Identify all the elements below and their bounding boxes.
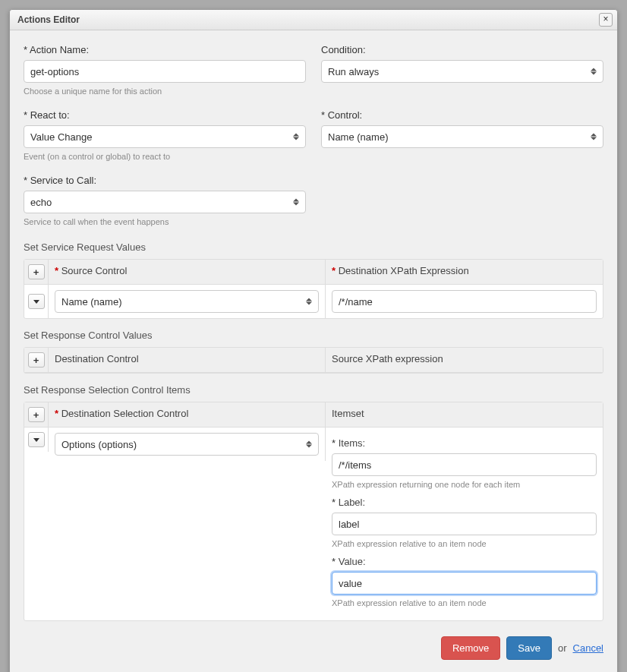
- chevron-down-icon: [33, 438, 39, 442]
- service-select[interactable]: echo: [24, 191, 306, 213]
- dest-xpath-input[interactable]: [332, 290, 597, 313]
- itemset-header: Itemset: [326, 402, 603, 427]
- dialog-body: Action Name: Choose a unique name for th…: [10, 30, 617, 672]
- row-menu-button[interactable]: [28, 432, 45, 447]
- source-control-select[interactable]: Name (name): [55, 290, 319, 313]
- remove-button[interactable]: Remove: [441, 636, 500, 660]
- chevron-updown-icon: [591, 68, 597, 75]
- value-helper: XPath expression relative to an item nod…: [332, 598, 597, 607]
- condition-label: Condition:: [321, 44, 603, 55]
- action-name-label: Action Name:: [24, 44, 306, 55]
- response-control-title: Set Response Control Values: [24, 330, 603, 341]
- condition-value: Run always: [328, 66, 379, 77]
- chevron-updown-icon: [293, 199, 299, 206]
- chevron-updown-icon: [306, 441, 312, 448]
- add-row-button[interactable]: +: [28, 407, 45, 422]
- value-input[interactable]: [332, 572, 597, 595]
- or-text: or: [558, 642, 567, 654]
- add-row-button[interactable]: +: [28, 264, 45, 279]
- chevron-updown-icon: [591, 134, 597, 140]
- label-helper: XPath expression relative to an item nod…: [332, 539, 597, 548]
- chevron-updown-icon: [306, 298, 312, 305]
- actions-editor-dialog: Actions Editor × Action Name: Choose a u…: [9, 9, 618, 672]
- items-input[interactable]: [332, 453, 597, 476]
- items-label: Items:: [332, 437, 597, 449]
- dialog-footer: Remove Save or Cancel: [24, 632, 603, 661]
- plus-icon: +: [33, 267, 39, 277]
- chevron-updown-icon: [293, 134, 299, 140]
- dest-selection-value: Options (options): [61, 439, 137, 450]
- dialog-title: Actions Editor: [17, 14, 80, 25]
- service-helper: Service to call when the event happens: [24, 217, 306, 226]
- add-row-button[interactable]: +: [28, 352, 45, 368]
- response-control-grid: + Destination Control Source XPath expre…: [24, 347, 603, 374]
- action-name-helper: Choose a unique name for this action: [24, 87, 306, 96]
- cancel-link[interactable]: Cancel: [573, 642, 603, 654]
- react-to-helper: Event (on a control or global) to react …: [24, 152, 306, 161]
- dest-selection-header: Destination Selection Control: [49, 402, 326, 427]
- dest-xpath-header: Destination XPath Expression: [326, 260, 603, 284]
- react-to-select[interactable]: Value Change: [24, 125, 306, 148]
- response-selection-grid: + Destination Selection Control Itemset …: [24, 402, 603, 621]
- react-to-label: React to:: [24, 109, 306, 121]
- response-selection-title: Set Response Selection Control Items: [24, 384, 603, 396]
- service-label: Service to Call:: [24, 175, 306, 186]
- label-label: Label:: [332, 497, 597, 508]
- titlebar: Actions Editor ×: [10, 10, 617, 30]
- row-menu-button[interactable]: [28, 294, 45, 309]
- chevron-down-icon: [33, 300, 39, 304]
- source-control-header: Source Control: [49, 260, 326, 284]
- label-input[interactable]: [332, 513, 597, 535]
- plus-icon: +: [33, 410, 39, 420]
- condition-select[interactable]: Run always: [321, 60, 603, 83]
- request-values-grid: + Source Control Destination XPath Expre…: [24, 259, 603, 319]
- control-value: Name (name): [328, 131, 388, 143]
- save-button[interactable]: Save: [506, 636, 552, 660]
- service-value: echo: [30, 197, 52, 208]
- request-values-title: Set Service Request Values: [24, 241, 603, 253]
- dest-control-header: Destination Control: [49, 348, 326, 372]
- value-label: Value:: [332, 556, 597, 567]
- source-xpath-header: Source XPath expression: [326, 348, 603, 372]
- control-select[interactable]: Name (name): [321, 125, 603, 148]
- items-helper: XPath expression returning one node for …: [332, 480, 597, 489]
- react-to-value: Value Change: [30, 131, 92, 143]
- close-icon[interactable]: ×: [599, 13, 613, 27]
- action-name-input[interactable]: [24, 60, 306, 83]
- source-control-value: Name (name): [61, 296, 121, 308]
- control-label: Control:: [321, 109, 603, 121]
- plus-icon: +: [33, 355, 39, 365]
- dest-selection-select[interactable]: Options (options): [55, 433, 319, 456]
